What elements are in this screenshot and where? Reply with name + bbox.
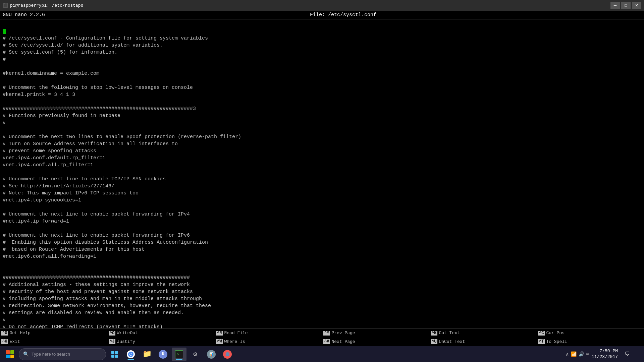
label-writeout: WriteOut [117, 330, 138, 336]
key-ctrl-r: ^R [216, 331, 223, 336]
label-read-file: Read File [224, 330, 248, 336]
task-view-button[interactable] [107, 348, 122, 361]
key-ctrl-o: ^O [109, 331, 115, 336]
svg-rect-2 [111, 355, 114, 358]
windows-logo-icon [6, 350, 14, 358]
shortcut-read-file[interactable]: ^R Read File [215, 330, 322, 336]
clock-date: 11/23/2017 [592, 354, 618, 360]
cursor [3, 29, 6, 34]
shortcut-cur-pos[interactable]: ^C Cur Pos [537, 330, 644, 336]
key-ctrl-x: ^X [1, 339, 8, 344]
taskbar-right: ∧ 📶 🔊 ⌨ 7:50 PM 11/23/2017 🗨 [566, 348, 641, 361]
system-tray: ∧ 📶 🔊 ⌨ [566, 351, 589, 357]
settings-button[interactable]: ⚙️ [188, 348, 203, 361]
maximize-button[interactable]: □ [621, 2, 631, 9]
terminal-button[interactable]: >_ [172, 348, 186, 361]
notification-button[interactable]: 🗨 [621, 348, 634, 361]
svg-rect-3 [115, 355, 118, 358]
volume-icon[interactable]: 🔊 [579, 351, 584, 357]
clock-time: 7:50 PM [599, 349, 618, 354]
app7-button[interactable]: 📊 [204, 348, 219, 361]
title-bar-controls: ─ □ ✕ [610, 2, 641, 9]
key-ctrl-g: ^G [1, 331, 8, 336]
label-to-spell: To Spell [546, 339, 567, 344]
shortcut-row-1: ^G Get Help ^O WriteOut ^R Read File ^Y … [0, 329, 644, 338]
title-bar-left: ⬛ pi@raspberrypi: /etc/hostapd [3, 3, 83, 8]
shortcut-where-is[interactable]: ^W Where Is [215, 339, 322, 344]
search-icon: 🔍 [23, 351, 29, 357]
nano-filename: File: /etc/sysctl.conf [310, 12, 376, 18]
show-desktop-button[interactable] [638, 348, 641, 361]
file-explorer-button[interactable]: 📁 [140, 348, 154, 361]
settings-icon: ⚙️ [193, 350, 197, 358]
label-uncut-text: UnCut Text [439, 339, 465, 344]
chrome-icon [127, 350, 135, 358]
shortcut-prev-page[interactable]: ^Y Prev Page [322, 330, 429, 336]
shortcut-exit[interactable]: ^X Exit [0, 339, 107, 344]
label-cut-text: Cut Text [439, 330, 460, 336]
app7-icon: 📊 [207, 350, 216, 359]
key-ctrl-t: ^T [538, 339, 545, 344]
svg-rect-0 [111, 351, 114, 354]
label-next-page: Next Page [331, 339, 355, 344]
key-ctrl-j: ^J [109, 339, 115, 344]
svg-rect-1 [115, 351, 118, 354]
key-ctrl-y: ^Y [323, 331, 330, 336]
label-cur-pos: Cur Pos [546, 330, 565, 336]
shortcut-writeout[interactable]: ^O WriteOut [107, 330, 215, 336]
chrome-button[interactable] [123, 348, 138, 361]
shortcut-get-help[interactable]: ^G Get Help [0, 330, 107, 336]
label-prev-page: Prev Page [331, 330, 355, 336]
shortcut-justify[interactable]: ^J Justify [107, 339, 215, 344]
discord-icon: D [159, 350, 167, 359]
key-ctrl-k: ^K [431, 331, 437, 336]
search-bar[interactable]: 🔍 [19, 348, 106, 360]
start-button[interactable] [3, 348, 17, 361]
status-bar: ^G Get Help ^O WriteOut ^R Read File ^Y … [0, 328, 644, 346]
nano-version: GNU nano 2.2.6 [3, 12, 45, 18]
terminal-icon: ⬛ [3, 3, 8, 8]
terminal-taskbar-icon: >_ [175, 350, 183, 358]
shortcut-row-2: ^X Exit ^J Justify ^W Where Is ^V Next P… [0, 338, 644, 346]
label-justify: Justify [117, 339, 135, 344]
key-ctrl-u: ^U [431, 339, 437, 344]
close-button[interactable]: ✕ [632, 2, 641, 9]
shortcut-to-spell[interactable]: ^T To Spell [537, 339, 644, 344]
label-exit: Exit [9, 339, 20, 344]
shortcut-next-page[interactable]: ^V Next Page [322, 339, 429, 344]
file-explorer-icon: 📁 [143, 350, 152, 359]
app8-icon: 🌐 [223, 350, 232, 359]
app8-button[interactable]: 🌐 [220, 348, 235, 361]
chevron-up-icon[interactable]: ∧ [566, 351, 569, 357]
svg-point-7 [130, 353, 132, 355]
key-ctrl-w: ^W [216, 339, 223, 344]
discord-button[interactable]: D [156, 348, 170, 361]
label-where-is: Where Is [224, 339, 245, 344]
title-bar: ⬛ pi@raspberrypi: /etc/hostapd ─ □ ✕ [0, 0, 644, 11]
taskbar: 🔍 📁 D >_ [0, 346, 644, 362]
shortcut-uncut-text[interactable]: ^U UnCut Text [429, 339, 537, 344]
shortcut-cut-text[interactable]: ^K Cut Text [429, 330, 537, 336]
network-icon[interactable]: 📶 [571, 351, 577, 357]
task-view-icon [111, 351, 118, 358]
search-input[interactable] [32, 352, 92, 357]
label-get-help: Get Help [9, 330, 30, 336]
key-ctrl-c: ^C [538, 331, 545, 336]
clock[interactable]: 7:50 PM 11/23/2017 [592, 349, 618, 360]
editor-area[interactable]: # /etc/sysctl.conf - Configuration file … [0, 19, 644, 328]
nano-header: GNU nano 2.2.6 File: /etc/sysctl.conf [0, 11, 644, 19]
minimize-button[interactable]: ─ [610, 2, 620, 9]
key-ctrl-v: ^V [323, 339, 330, 344]
keyboard-icon[interactable]: ⌨ [586, 351, 589, 357]
title-bar-text: pi@raspberrypi: /etc/hostapd [10, 3, 83, 8]
